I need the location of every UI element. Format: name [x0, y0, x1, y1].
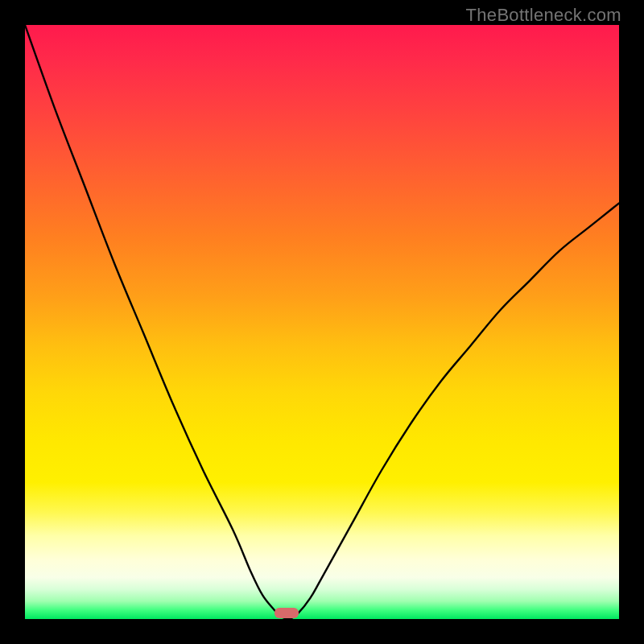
- bottleneck-curve: [25, 25, 619, 619]
- watermark-text: TheBottleneck.com: [466, 5, 621, 26]
- plot-area: [25, 25, 619, 619]
- chart-frame: TheBottleneck.com: [0, 0, 644, 644]
- minimum-marker: [275, 608, 299, 618]
- curve-svg: [25, 25, 619, 619]
